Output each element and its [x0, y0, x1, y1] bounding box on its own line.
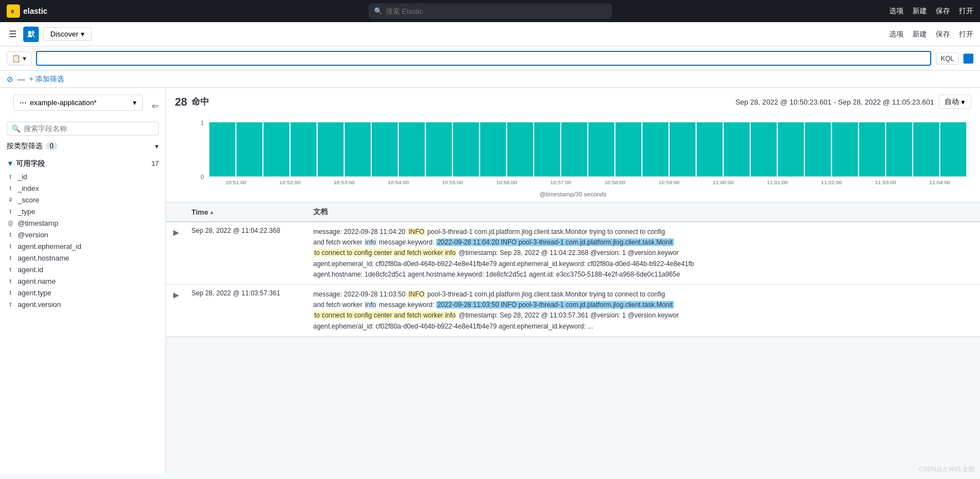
save-btn[interactable]: 保存: [936, 6, 950, 16]
chevron-down-icon: ▾: [961, 98, 965, 106]
chevron-down-icon[interactable]: ▾: [155, 142, 159, 150]
type-filter-row: 按类型筛选 0 ▾: [7, 141, 159, 151]
open-btn[interactable]: 打开: [959, 6, 973, 16]
svg-text:11:01:00: 11:01:00: [767, 179, 789, 185]
field-item-hostname[interactable]: t agent.hostname: [0, 252, 165, 264]
watermark: CSDN@左神码·龙图: [919, 465, 974, 473]
right-panel: 28 命中 Sep 28, 2022 @ 10:50:23.601 - Sep …: [166, 88, 980, 474]
field-item-score[interactable]: # _score: [0, 194, 165, 206]
td-doc-1: message: 2022-09-28 11:04:20 INFO pool-3…: [308, 222, 980, 284]
field-item-agent-version[interactable]: t agent.version: [0, 299, 165, 310]
svg-rect-29: [859, 122, 885, 176]
discover-btn[interactable]: Discover ▾: [43, 27, 92, 41]
type-filter-label: 按类型筛选: [7, 141, 43, 151]
chart-area: 28 命中 Sep 28, 2022 @ 10:50:23.601 - Sep …: [166, 88, 980, 202]
field-item-id[interactable]: t _id: [0, 171, 165, 183]
svg-text:11:04:00: 11:04:00: [929, 179, 951, 185]
options-btn[interactable]: 选项: [889, 6, 904, 16]
svg-text:10:51:00: 10:51:00: [225, 179, 247, 185]
field-list: t _id t _index # _score t _type @ @times…: [0, 171, 165, 310]
results-area: Time ▴ 文档 ▶ Sep 28, 2022 @ 11:04:22.368 …: [166, 202, 980, 337]
svg-text:1: 1: [201, 119, 204, 126]
field-search[interactable]: 🔍: [7, 122, 159, 136]
dropdown-chevron-icon: ▾: [81, 30, 85, 38]
field-item-agent-name[interactable]: t agent.name: [0, 275, 165, 287]
main-content: ⋯ example-application* ▾ ⇐ 🔍 按类型筛选 0 ▾ ▼…: [0, 88, 980, 474]
filter-row: ⊘ — + 添加筛选: [0, 71, 980, 88]
svg-rect-28: [832, 122, 858, 176]
search-input-wrap[interactable]: *info*: [36, 51, 931, 66]
svg-rect-27: [805, 122, 831, 176]
options-action[interactable]: 选项: [889, 29, 904, 39]
svg-rect-24: [724, 122, 750, 176]
filter-icon: ⊘: [7, 75, 13, 84]
time-range: Sep 28, 2022 @ 10:50:23.601 - Sep 28, 20…: [735, 95, 971, 109]
chevron-down-icon: ▾: [133, 98, 137, 107]
field-item-ephemeral-id[interactable]: t agent.ephemeral_id: [0, 241, 165, 252]
table-header: Time ▴ 文档: [166, 202, 980, 222]
type-filter-btn[interactable]: 按类型筛选 0: [7, 141, 58, 151]
data-view-selector[interactable]: 📋 ▾: [7, 51, 32, 65]
expand-row-1-btn[interactable]: ▶: [173, 228, 179, 237]
svg-rect-16: [507, 122, 533, 176]
svg-rect-11: [372, 122, 398, 176]
sidebar-collapse-icon[interactable]: ⇐: [152, 101, 159, 111]
elastic-logo[interactable]: e elastic: [7, 4, 48, 18]
field-item-agent-id[interactable]: t agent.id: [0, 264, 165, 275]
svg-text:e: e: [11, 8, 14, 14]
kql-badge[interactable]: KQL: [936, 53, 959, 65]
svg-rect-5: [209, 122, 235, 176]
new-action[interactable]: 新建: [912, 29, 927, 39]
data-view-icon: 📋: [12, 54, 20, 63]
hamburger-btn[interactable]: ☰: [7, 27, 19, 41]
global-search-input[interactable]: [386, 7, 606, 15]
svg-text:10:57:00: 10:57:00: [550, 179, 572, 185]
x-axis-label: @timestamp/30 seconds: [175, 191, 971, 200]
save-action[interactable]: 保存: [936, 29, 950, 39]
index-pattern-btn[interactable]: ⋯ example-application* ▾: [13, 95, 143, 111]
svg-text:10:52:00: 10:52:00: [279, 179, 301, 185]
add-filter-btn[interactable]: + 添加筛选: [29, 74, 64, 84]
histogram-svg: 1010:51:0010:52:0010:53:0010:54:0010:55:…: [191, 113, 971, 191]
svg-text:10:58:00: 10:58:00: [604, 179, 626, 185]
new-btn[interactable]: 新建: [912, 6, 927, 16]
th-time[interactable]: Time ▴: [186, 202, 308, 221]
search-input[interactable]: *info*: [43, 54, 925, 63]
histogram: 1010:51:0010:52:0010:53:0010:54:0010:55:…: [175, 113, 971, 202]
svg-text:11:03:00: 11:03:00: [875, 179, 896, 185]
field-item-type[interactable]: t _type: [0, 206, 165, 217]
lang-toggle[interactable]: [963, 54, 973, 64]
field-item-index[interactable]: t _index: [0, 183, 165, 194]
sort-icon: ▴: [210, 209, 213, 215]
field-item-agent-type[interactable]: t agent.type: [0, 287, 165, 299]
open-action[interactable]: 打开: [959, 29, 973, 39]
sidebar: ⋯ example-application* ▾ ⇐ 🔍 按类型筛选 0 ▾ ▼…: [0, 88, 166, 474]
hit-label: 命中: [191, 96, 209, 108]
svg-text:10:59:00: 10:59:00: [658, 179, 680, 185]
grid-icon: ⋯: [19, 98, 27, 107]
index-pattern-name: example-application*: [30, 98, 97, 107]
th-expand: [166, 202, 186, 221]
svg-text:10:55:00: 10:55:00: [442, 179, 464, 185]
elastic-text: elastic: [23, 7, 48, 15]
field-item-version[interactable]: t @version: [0, 229, 165, 241]
svg-rect-20: [615, 122, 641, 176]
svg-rect-31: [913, 122, 939, 176]
second-bar-right: 选项 新建 保存 打开: [889, 29, 973, 39]
global-search[interactable]: 🔍: [369, 3, 612, 19]
app-icon: 默: [23, 27, 39, 42]
filter-separator: —: [18, 75, 25, 84]
svg-rect-17: [534, 122, 560, 176]
field-item-timestamp[interactable]: @ @timestamp: [0, 217, 165, 229]
td-time-2: Sep 28, 2022 @ 11:03:57.361: [186, 285, 308, 336]
svg-rect-26: [778, 122, 804, 176]
available-fields-header[interactable]: ▼ 可用字段 17: [0, 157, 165, 171]
available-fields-label: ▼ 可用字段: [7, 159, 45, 169]
svg-rect-19: [588, 122, 614, 176]
expand-row-2-btn[interactable]: ▶: [173, 290, 179, 299]
svg-rect-21: [642, 122, 668, 176]
svg-text:10:54:00: 10:54:00: [388, 179, 409, 185]
field-search-input[interactable]: [24, 124, 154, 133]
svg-text:0: 0: [201, 174, 204, 180]
auto-refresh-btn[interactable]: 自动 ▾: [938, 95, 971, 109]
